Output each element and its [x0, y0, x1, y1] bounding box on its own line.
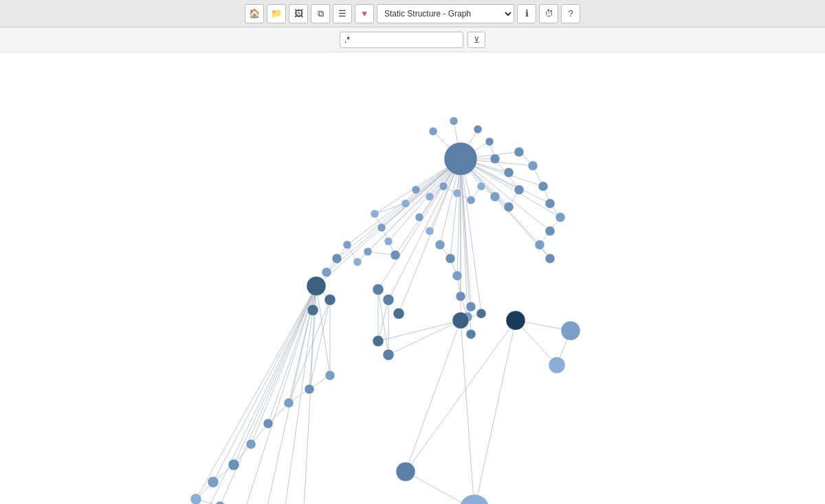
graph-node[interactable] [556, 212, 565, 222]
graph-node[interactable] [383, 294, 394, 305]
graph-edge [378, 159, 461, 289]
view-select-wrap: Static Structure - Graph Dynamic Structu… [377, 4, 514, 23]
graph-node[interactable] [504, 202, 514, 212]
graph-edge [213, 286, 316, 482]
graph-node[interactable] [453, 189, 461, 197]
search-bar: ⊻ [0, 28, 825, 52]
graph-node[interactable] [305, 384, 314, 394]
graph-node[interactable] [429, 127, 437, 135]
graph-node[interactable] [549, 357, 565, 373]
folder-button[interactable]: 📁 [267, 4, 286, 23]
graph-edge [378, 300, 388, 341]
graph-node[interactable] [246, 439, 256, 449]
graph-node[interactable] [324, 294, 336, 305]
graph-node[interactable] [514, 147, 524, 157]
info-button[interactable]: ℹ [517, 4, 536, 23]
graph-node[interactable] [307, 305, 318, 316]
graph-node[interactable] [390, 250, 400, 260]
graph-node[interactable] [490, 192, 500, 201]
heart-button[interactable]: ♥ [355, 4, 374, 23]
graph-node[interactable] [459, 494, 490, 504]
graph-node[interactable] [373, 336, 384, 347]
graph-node[interactable] [506, 311, 525, 330]
graph-edge [196, 286, 316, 499]
view-select[interactable]: Static Structure - Graph Dynamic Structu… [377, 4, 514, 23]
graph-node[interactable] [466, 302, 476, 311]
graph-node[interactable] [504, 168, 514, 177]
graph-node[interactable] [528, 161, 538, 171]
graph-node[interactable] [307, 276, 326, 296]
filter-button[interactable]: ⊻ [468, 32, 485, 48]
graph-edge [261, 286, 316, 504]
graph-node[interactable] [325, 371, 335, 380]
graph-node[interactable] [332, 254, 342, 263]
graph-node[interactable] [190, 494, 201, 504]
graph-node[interactable] [467, 196, 475, 204]
graph-node[interactable] [383, 349, 394, 360]
graph-node[interactable] [545, 254, 555, 263]
image-button[interactable]: 🖼 [289, 4, 308, 23]
graph-edge [474, 320, 516, 504]
graph-node[interactable] [476, 309, 486, 318]
graph-edge [461, 320, 474, 504]
graph-node[interactable] [545, 226, 555, 236]
graph-edge [378, 320, 461, 341]
graph-node[interactable] [514, 185, 524, 195]
graph-node[interactable] [561, 321, 580, 340]
help-button[interactable]: ? [561, 4, 580, 23]
graph-node[interactable] [535, 240, 544, 250]
graph-node[interactable] [377, 223, 386, 232]
graph-svg [0, 52, 825, 504]
graph-edge [220, 286, 316, 504]
graph-edge [406, 320, 461, 472]
graph-node[interactable] [444, 142, 477, 175]
graph-node[interactable] [426, 227, 434, 235]
graph-edge [251, 286, 316, 444]
graph-node[interactable] [466, 329, 476, 339]
graph-node[interactable] [373, 284, 384, 295]
graph-node[interactable] [364, 248, 372, 256]
graph-node[interactable] [545, 199, 555, 208]
graph-node[interactable] [263, 419, 273, 428]
toolbar: 🏠 📁 🖼 ⧉ ☰ ♥ Static Structure - Graph Dyn… [0, 0, 825, 28]
graph-edge [316, 159, 461, 286]
graph-node[interactable] [396, 462, 415, 481]
graph-node[interactable] [371, 210, 379, 218]
graph-node[interactable] [426, 193, 434, 201]
graph-node[interactable] [446, 254, 455, 263]
graph-node[interactable] [412, 186, 420, 194]
graph-node[interactable] [435, 240, 445, 250]
graph-node[interactable] [439, 182, 448, 190]
home-button[interactable]: 🏠 [245, 4, 264, 23]
graph-node[interactable] [452, 271, 462, 281]
graph-node[interactable] [538, 182, 548, 191]
graph-node[interactable] [402, 199, 410, 208]
copy-button[interactable]: ⧉ [311, 4, 330, 23]
graph-node[interactable] [393, 308, 404, 319]
graph-node[interactable] [322, 267, 331, 277]
graph-node[interactable] [208, 476, 219, 487]
graph-node[interactable] [284, 398, 294, 408]
graph-node[interactable] [474, 125, 482, 133]
graph-node[interactable] [450, 117, 458, 125]
graph-node[interactable] [384, 237, 393, 245]
graph-node[interactable] [452, 312, 469, 329]
graph-node[interactable] [343, 241, 351, 249]
graph-node[interactable] [485, 138, 494, 146]
graph-node[interactable] [477, 182, 485, 190]
list-button[interactable]: ☰ [333, 4, 352, 23]
graph-node[interactable] [490, 154, 500, 164]
clock-button[interactable]: ⏱ [539, 4, 558, 23]
graph-node[interactable] [228, 459, 239, 470]
graph-node[interactable] [456, 292, 465, 301]
graph-area[interactable] [0, 52, 825, 504]
graph-node[interactable] [215, 501, 225, 504]
graph-node[interactable] [415, 213, 424, 221]
graph-node[interactable] [353, 258, 362, 266]
search-input[interactable] [340, 32, 463, 48]
